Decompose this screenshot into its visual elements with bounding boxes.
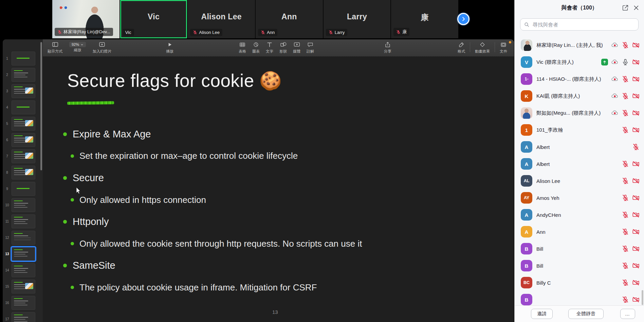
slide-thumbnail[interactable]: 1: [3, 50, 43, 67]
participant-name: Larry: [335, 30, 345, 35]
video-tile[interactable]: Larry Larry: [324, 0, 391, 38]
camera-off-icon: [632, 92, 640, 100]
participant-row[interactable]: 鄭如如(Megu... (聯席主持人): [515, 105, 644, 121]
add-slide-button[interactable]: 加入幻燈片: [93, 41, 111, 54]
bullet-dot: [71, 286, 74, 289]
participant-list-scrollbar[interactable]: [642, 290, 643, 305]
mute-all-button[interactable]: 全體靜音: [568, 309, 604, 319]
participant-row[interactable]: 1- 114 - HSIAO-... (聯席主持人): [515, 71, 644, 88]
green-marker-highlight: [67, 101, 114, 105]
popout-icon[interactable]: [622, 4, 629, 12]
shape-button[interactable]: 形狀: [276, 41, 290, 54]
add-slide-icon: [98, 41, 106, 49]
bullet-dot: [71, 242, 74, 245]
slide-thumbnail[interactable]: 14: [3, 262, 43, 278]
more-options-button[interactable]: …: [620, 309, 635, 319]
video-tile[interactable]: Alison Lee Alison Lee: [188, 0, 256, 38]
play-button[interactable]: 播放: [162, 41, 177, 54]
mic-off-icon: [261, 30, 265, 35]
participant-row[interactable]: A AndyCHen: [515, 206, 644, 223]
document-button[interactable]: 文件: [497, 41, 510, 54]
search-input[interactable]: [532, 21, 635, 28]
slide-thumbnail[interactable]: 7: [3, 148, 43, 164]
video-tile[interactable]: 林家瑋(Ray Lin)@Dev...: [52, 0, 120, 38]
comment-icon: [307, 41, 314, 49]
slide-thumbnail[interactable]: 9: [3, 181, 43, 197]
navigator-scrollbar[interactable]: [40, 42, 42, 170]
invite-button[interactable]: 邀請: [531, 309, 553, 319]
video-tile[interactable]: Vic Vic: [120, 0, 188, 38]
slide-number: 14: [3, 268, 12, 272]
participant-name: Amos Yeh: [536, 195, 620, 201]
slide-thumbnail[interactable]: 12: [3, 229, 43, 246]
cloud-recording-icon: [611, 75, 619, 83]
zoom-level-control[interactable]: 92% 縮放: [69, 41, 86, 54]
table-button[interactable]: 表格: [236, 41, 249, 54]
participant-row[interactable]: AY Amos Yeh: [515, 189, 644, 206]
participant-row[interactable]: AL Alison Lee: [515, 172, 644, 189]
participant-row[interactable]: B: [515, 291, 644, 306]
slide-number: 8: [3, 171, 12, 174]
slide-thumbnail[interactable]: 10: [3, 197, 43, 213]
slide-thumbnail-preview: [12, 52, 35, 65]
keynote-window: 1 2 3 4 5 6 7: [3, 39, 514, 322]
participant-row[interactable]: K KAI凱 (聯席主持人): [515, 88, 644, 105]
slide-thumbnail[interactable]: 6: [3, 132, 43, 148]
video-name-label: 林家瑋(Ray Lin)@Dev...: [55, 28, 113, 36]
status-dot: [509, 41, 511, 43]
slide-bullet: Expire & Max Age: [63, 123, 504, 145]
participant-row[interactable]: 1 101_李政翰: [515, 121, 644, 138]
video-tile[interactable]: 康 康: [391, 0, 458, 38]
slide-thumbnail[interactable]: 17: [3, 311, 43, 322]
thumbnail-image: [25, 136, 33, 143]
share-button[interactable]: 分享: [380, 41, 395, 54]
slide-thumbnail[interactable]: 3: [3, 83, 43, 99]
zoom-level-value: 92%: [72, 42, 79, 46]
media-button[interactable]: 媒體: [290, 41, 303, 54]
mic-off-icon: [622, 262, 629, 269]
bullet-text: Only allowed in https connection: [79, 195, 206, 205]
participant-row[interactable]: A Albert: [515, 138, 644, 155]
participant-name: AndyCHen: [536, 212, 620, 218]
participant-name: 林家瑋(Ray Lin)@Dev...: [63, 29, 110, 35]
slide-thumbnail[interactable]: 2: [3, 67, 43, 83]
slide-thumbnail[interactable]: 11: [3, 213, 43, 229]
camera-off-icon: [632, 194, 640, 202]
avatar: B: [521, 260, 532, 271]
avatar: V: [521, 56, 532, 68]
table-icon: [239, 41, 246, 49]
participant-row[interactable]: A Albert: [515, 155, 644, 172]
view-button[interactable]: 顯示方式: [48, 41, 62, 54]
camera-off-icon: [632, 228, 640, 235]
slide-thumbnail[interactable]: 8: [3, 164, 43, 181]
participant-row[interactable]: V Vic (聯席主持人): [515, 54, 644, 71]
comment-button[interactable]: 註解: [303, 41, 317, 54]
slide-thumbnail-preview: [12, 312, 35, 322]
format-button[interactable]: 格式: [455, 41, 468, 54]
slide-thumbnail[interactable]: 15: [3, 278, 43, 295]
participant-row[interactable]: A Ann: [515, 223, 644, 240]
participant-row[interactable]: 林家瑋(Ray Lin... (主持人, 我): [515, 37, 644, 54]
participant-name-overlay: Ann: [256, 12, 323, 21]
slide-number: 17: [3, 317, 12, 321]
slide-thumbnail[interactable]: 5: [3, 115, 43, 132]
participant-status-icons: [620, 228, 644, 235]
slide-thumbnail[interactable]: 13: [3, 246, 43, 262]
text-button[interactable]: 文字: [263, 41, 276, 54]
participant-row[interactable]: B Bill: [515, 257, 644, 274]
video-name-label: Alison Lee: [190, 29, 222, 36]
slide-thumbnail[interactable]: 16: [3, 295, 43, 311]
search-box[interactable]: [520, 18, 639, 31]
close-icon[interactable]: [632, 4, 640, 12]
bullet-dot: [63, 264, 67, 267]
slide-thumbnail[interactable]: 4: [3, 99, 43, 115]
animate-button[interactable]: 動畫效果: [472, 41, 493, 54]
bullet-dot: [71, 154, 74, 158]
slide-bullets: Expire & Max Age Set the expiration or m…: [63, 123, 504, 299]
participant-row[interactable]: B Bill: [515, 240, 644, 257]
participant-row[interactable]: BC Billy C: [515, 274, 644, 291]
video-tile[interactable]: Ann Ann: [256, 0, 324, 38]
mic-off-icon: [622, 41, 629, 49]
chart-button[interactable]: 圖表: [249, 41, 263, 54]
next-gallery-page-button[interactable]: [457, 13, 470, 25]
